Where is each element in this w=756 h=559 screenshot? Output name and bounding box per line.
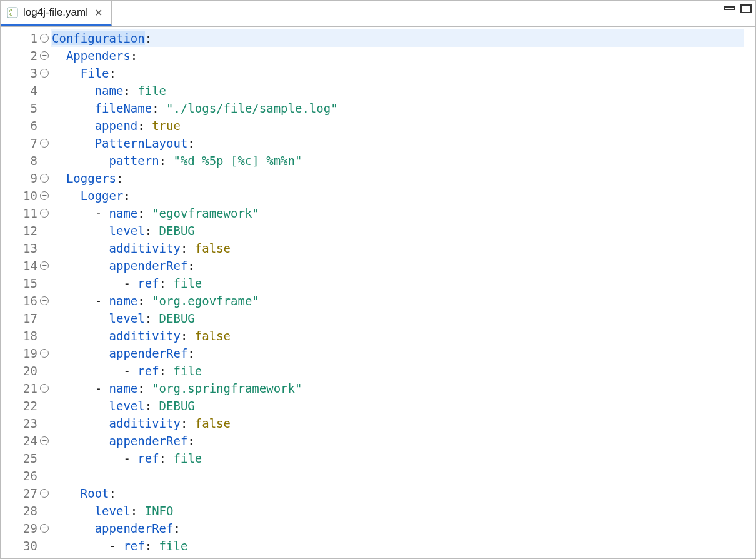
code-token: ref bbox=[123, 539, 144, 553]
fold-toggle-icon[interactable]: − bbox=[40, 191, 49, 200]
fold-toggle-icon[interactable]: − bbox=[40, 69, 49, 78]
code-token: : bbox=[145, 311, 159, 325]
code-line[interactable]: name: file bbox=[51, 82, 744, 99]
line-number: 4 bbox=[19, 82, 37, 99]
code-line[interactable]: - ref: file bbox=[51, 537, 744, 555]
line-number: 22 bbox=[19, 397, 37, 415]
code-line[interactable] bbox=[51, 467, 744, 485]
code-line[interactable]: append: true bbox=[51, 117, 744, 134]
code-line[interactable]: Loggers: bbox=[51, 169, 744, 187]
code-line[interactable]: appenderRef: bbox=[51, 345, 744, 362]
code-token: additivity bbox=[109, 241, 181, 255]
code-token: "egovframework" bbox=[152, 206, 259, 220]
fold-toggle-icon[interactable]: − bbox=[40, 261, 49, 270]
code-token: : bbox=[116, 171, 123, 185]
code-line[interactable]: level: INFO bbox=[51, 502, 744, 520]
code-token: "org.springframework" bbox=[152, 381, 302, 395]
fold-toggle-icon[interactable]: − bbox=[40, 34, 49, 43]
code-token bbox=[52, 311, 109, 325]
line-number: 19 bbox=[19, 345, 37, 362]
line-number: 29 bbox=[19, 520, 37, 537]
code-line[interactable]: additivity: false bbox=[51, 327, 744, 345]
code-line[interactable]: fileName: "./logs/file/sample.log" bbox=[51, 99, 744, 117]
editor-tab-active[interactable]: YA ML log4j-file.yaml ✕ bbox=[1, 1, 112, 26]
line-number: 14 bbox=[19, 257, 37, 274]
code-token: : bbox=[159, 276, 174, 290]
code-token: appenderRef bbox=[109, 434, 188, 448]
code-token: File bbox=[81, 66, 109, 80]
fold-toggle-placeholder bbox=[40, 121, 49, 130]
code-token: : bbox=[123, 84, 137, 98]
code-line[interactable]: appenderRef: bbox=[51, 520, 744, 537]
code-line[interactable]: File: bbox=[51, 64, 744, 82]
code-token: : bbox=[131, 504, 145, 518]
line-number: 30 bbox=[19, 537, 37, 555]
code-token: : bbox=[173, 521, 180, 535]
gutter-row: 22 bbox=[1, 397, 50, 415]
code-token: ref bbox=[137, 364, 159, 378]
line-number: 10 bbox=[19, 187, 37, 204]
code-token: : bbox=[137, 119, 152, 133]
code-token: name bbox=[109, 381, 138, 395]
code-editor[interactable]: 1−2−3−4567−89−10−11−121314−1516−171819−2… bbox=[1, 27, 755, 558]
code-line[interactable]: pattern: "%d %5p [%c] %m%n" bbox=[51, 152, 744, 169]
code-token: "org.egovframe" bbox=[152, 294, 259, 308]
fold-toggle-icon[interactable]: − bbox=[40, 436, 49, 445]
fold-toggle-icon[interactable]: − bbox=[40, 296, 49, 305]
code-line[interactable]: Root: bbox=[51, 485, 744, 502]
line-number: 28 bbox=[19, 502, 37, 520]
code-line[interactable]: - name: "org.egovframe" bbox=[51, 292, 744, 310]
minimize-view-icon[interactable] bbox=[724, 6, 735, 10]
code-line[interactable]: PatternLayout: bbox=[51, 134, 744, 152]
code-token: file bbox=[137, 84, 166, 98]
fold-toggle-placeholder bbox=[40, 226, 49, 235]
yaml-file-icon: YA ML bbox=[7, 7, 18, 18]
code-line[interactable]: level: DEBUG bbox=[51, 310, 744, 327]
code-line[interactable]: - ref: file bbox=[51, 450, 744, 467]
code-line[interactable]: level: DEBUG bbox=[51, 397, 744, 415]
code-line[interactable]: - name: "egovframework" bbox=[51, 204, 744, 222]
gutter-row: 14− bbox=[1, 257, 50, 274]
fold-toggle-icon[interactable]: − bbox=[40, 51, 49, 60]
code-line[interactable]: Logger: bbox=[51, 187, 744, 204]
fold-toggle-icon[interactable]: − bbox=[40, 139, 49, 148]
line-number: 1 bbox=[19, 29, 37, 47]
code-line[interactable]: - ref: file bbox=[51, 362, 744, 380]
code-line[interactable]: - ref: file bbox=[51, 274, 744, 292]
line-number: 8 bbox=[19, 152, 37, 169]
code-token: false bbox=[195, 241, 231, 255]
maximize-view-icon[interactable] bbox=[740, 4, 752, 13]
fold-toggle-icon[interactable]: − bbox=[40, 489, 49, 498]
gutter-row: 20 bbox=[1, 362, 50, 380]
code-token: Appenders bbox=[66, 49, 131, 63]
fold-toggle-icon[interactable]: − bbox=[40, 384, 49, 393]
code-token: Root bbox=[81, 486, 109, 500]
gutter-row: 16− bbox=[1, 292, 50, 310]
code-token: - bbox=[52, 451, 137, 465]
code-line[interactable]: appenderRef: bbox=[51, 257, 744, 274]
fold-toggle-icon[interactable]: − bbox=[40, 209, 49, 218]
line-number-gutter: 1−2−3−4567−89−10−11−121314−1516−171819−2… bbox=[1, 27, 51, 558]
code-token: file bbox=[174, 451, 202, 465]
close-icon[interactable]: ✕ bbox=[93, 7, 104, 19]
code-token bbox=[52, 49, 66, 63]
fold-toggle-icon[interactable]: − bbox=[40, 349, 49, 358]
gutter-row: 17 bbox=[1, 310, 50, 327]
fold-toggle-icon[interactable]: − bbox=[40, 524, 49, 533]
code-line[interactable]: level: DEBUG bbox=[51, 222, 744, 239]
code-token: appenderRef bbox=[109, 259, 188, 273]
gutter-row: 3− bbox=[1, 64, 50, 82]
line-number: 9 bbox=[19, 169, 37, 187]
code-line[interactable]: additivity: false bbox=[51, 415, 744, 432]
fold-toggle-placeholder bbox=[40, 454, 49, 463]
code-line[interactable]: - name: "org.springframework" bbox=[51, 380, 744, 397]
code-line[interactable]: Appenders: bbox=[51, 47, 744, 64]
fold-toggle-placeholder bbox=[40, 331, 49, 340]
code-token bbox=[52, 329, 109, 343]
fold-toggle-placeholder bbox=[40, 244, 49, 253]
code-area[interactable]: Configuration: Appenders: File: name: fi… bbox=[51, 27, 755, 558]
fold-toggle-icon[interactable]: − bbox=[40, 174, 49, 183]
code-line[interactable]: appenderRef: bbox=[51, 432, 744, 450]
code-line[interactable]: Configuration: bbox=[51, 29, 744, 47]
code-line[interactable]: additivity: false bbox=[51, 239, 744, 257]
